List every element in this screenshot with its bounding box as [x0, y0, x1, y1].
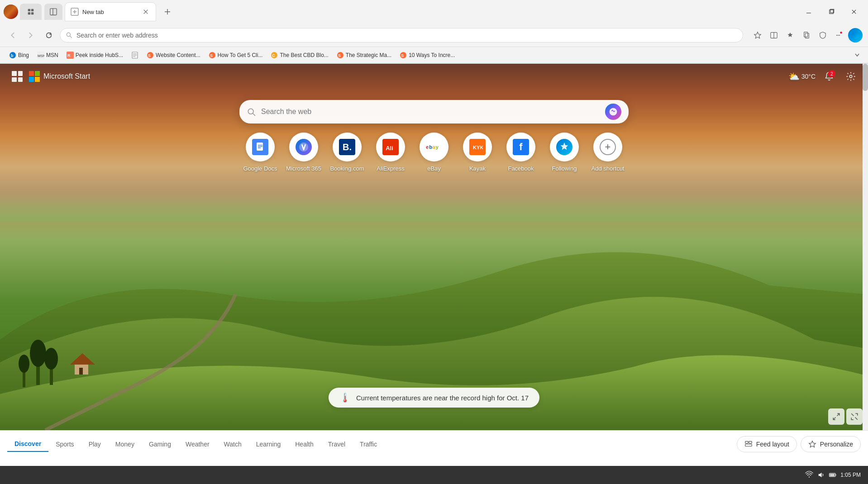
- quick-link-label-ebay: eBay: [427, 165, 441, 172]
- nav-item-learning[interactable]: Learning: [249, 437, 288, 451]
- svg-point-47: [44, 348, 58, 370]
- tab-newtab[interactable]: New tab: [65, 3, 156, 21]
- svg-text:S: S: [210, 53, 213, 58]
- gear-icon: [846, 71, 856, 81]
- svg-text:e: e: [426, 144, 429, 150]
- msn-icon: MSN: [37, 52, 44, 59]
- shield-icon[interactable]: [816, 28, 830, 43]
- quick-link-icon-booking: B.: [333, 133, 362, 161]
- volume-icon: [817, 471, 825, 479]
- main-search-box[interactable]: [239, 100, 629, 123]
- quick-link-icon-ebay: e b a y: [420, 133, 448, 161]
- weather-temp: 30°C: [801, 73, 816, 80]
- favorites-icon[interactable]: [750, 28, 765, 43]
- quick-link-ebay[interactable]: e b a y eBay: [416, 133, 452, 172]
- ms-start-logo[interactable]: Microsoft Start: [29, 71, 90, 82]
- quick-link-m365[interactable]: Microsoft 365: [286, 133, 322, 172]
- scrollbar[interactable]: [863, 64, 868, 430]
- maximize-button[interactable]: [821, 4, 842, 20]
- close-button[interactable]: [844, 4, 864, 20]
- quick-link-add-shortcut[interactable]: + Add shortcut: [590, 133, 626, 172]
- bing-icon: b: [9, 52, 16, 59]
- minimize-button[interactable]: [798, 4, 819, 20]
- docs-icon: [252, 139, 268, 155]
- quick-link-label-following: Following: [552, 165, 577, 172]
- forward-button[interactable]: [24, 28, 38, 43]
- weather-widget[interactable]: ⛅ 30°C: [788, 71, 816, 82]
- title-bar: New tab: [0, 0, 868, 24]
- svg-line-55: [253, 114, 255, 116]
- copilot-button[interactable]: [605, 104, 621, 120]
- back-button[interactable]: [5, 28, 20, 43]
- feed-layout-label: Feed layout: [756, 441, 789, 448]
- new-tab-button[interactable]: [159, 4, 176, 20]
- svg-point-18: [67, 33, 70, 36]
- apps-grid-button[interactable]: [9, 68, 25, 85]
- nav-item-travel[interactable]: Travel: [321, 437, 353, 451]
- svg-text:KYK: KYK: [473, 145, 483, 150]
- more-tools-icon[interactable]: ··· ●: [832, 28, 846, 43]
- refresh-button[interactable]: [42, 28, 56, 43]
- svg-point-53: [849, 75, 852, 78]
- tab-collections[interactable]: [20, 4, 42, 20]
- bookmark-msn[interactable]: MSN MSN: [33, 50, 62, 61]
- main-search-input[interactable]: [261, 108, 600, 116]
- more-bookmarks-button[interactable]: [852, 50, 863, 61]
- nav-item-traffic[interactable]: Traffic: [353, 437, 384, 451]
- quick-link-following[interactable]: Following: [546, 133, 582, 172]
- quick-link-label-m365: Microsoft 365: [286, 165, 321, 172]
- edge-copilot-icon[interactable]: [848, 28, 863, 43]
- nav-item-watch[interactable]: Watch: [217, 437, 249, 451]
- battery-icon: [829, 471, 837, 479]
- collections-icon[interactable]: [799, 28, 814, 43]
- bookmark-cbd[interactable]: C The Best CBD Blo...: [267, 50, 332, 61]
- following-icon: [556, 139, 572, 155]
- collapse-button[interactable]: [828, 408, 844, 425]
- svg-rect-14: [830, 10, 833, 14]
- tab-vertical[interactable]: [44, 4, 62, 20]
- bookmark-hubspot[interactable]: R Peek inside HubS...: [63, 50, 127, 61]
- quick-link-google-docs[interactable]: Google Docs: [242, 133, 278, 172]
- bookmark-strategic[interactable]: S The Strategic Ma...: [333, 50, 395, 61]
- news-banner-text: Current temperatures are near the record…: [356, 394, 529, 402]
- nav-item-sports[interactable]: Sports: [48, 437, 81, 451]
- nav-item-discover[interactable]: Discover: [7, 437, 48, 452]
- tab-title: New tab: [82, 9, 138, 15]
- expand-button[interactable]: [846, 408, 863, 425]
- settings-button[interactable]: [843, 68, 859, 85]
- bookmark-website-content[interactable]: S Website Content...: [143, 50, 204, 61]
- address-input[interactable]: Search or enter web address: [60, 28, 743, 43]
- nav-item-play[interactable]: Play: [81, 437, 108, 451]
- bookmark-10ways[interactable]: S 10 Ways To Incre...: [396, 50, 458, 61]
- personalize-button[interactable]: Personalize: [801, 436, 861, 452]
- quick-link-facebook[interactable]: f Facebook: [503, 133, 539, 172]
- profile-avatar[interactable]: [4, 5, 18, 19]
- svg-text:C: C: [272, 53, 275, 58]
- ms-sq-green: [35, 71, 40, 76]
- nav-item-weather[interactable]: Weather: [178, 437, 217, 451]
- split-view-icon[interactable]: [767, 28, 781, 43]
- bookmark-doc1[interactable]: [128, 50, 142, 61]
- nav-item-money[interactable]: Money: [108, 437, 142, 451]
- news-banner[interactable]: 🌡️ Current temperatures are near the rec…: [329, 388, 539, 408]
- quick-link-booking[interactable]: B. Booking.com: [329, 133, 365, 172]
- svg-text:a: a: [432, 144, 435, 150]
- quick-link-kayak[interactable]: KYK Kayak: [459, 133, 496, 172]
- taskbar: 1:05 PM: [0, 466, 868, 484]
- bookmark-bing-label: Bing: [18, 52, 29, 58]
- main-search-icon: [247, 107, 256, 116]
- bookmark-bing[interactable]: b Bing: [5, 50, 33, 61]
- quick-link-icon-facebook: f: [506, 133, 535, 161]
- quick-link-ali[interactable]: Ali AliExpress: [372, 133, 409, 172]
- feed-layout-button[interactable]: Feed layout: [737, 436, 797, 452]
- svg-rect-70: [745, 441, 748, 443]
- bookmark-howto[interactable]: S How To Get 5 Cli...: [205, 50, 267, 61]
- nav-item-gaming[interactable]: Gaming: [142, 437, 178, 451]
- favorites-bar-icon[interactable]: [783, 28, 797, 43]
- ms-start-label: Microsoft Start: [43, 72, 90, 81]
- tab-close-button[interactable]: [141, 7, 150, 16]
- m365-icon: [296, 139, 312, 155]
- nav-item-health[interactable]: Health: [288, 437, 320, 451]
- notification-button[interactable]: 2: [821, 68, 837, 85]
- collapse-icon: [832, 413, 840, 421]
